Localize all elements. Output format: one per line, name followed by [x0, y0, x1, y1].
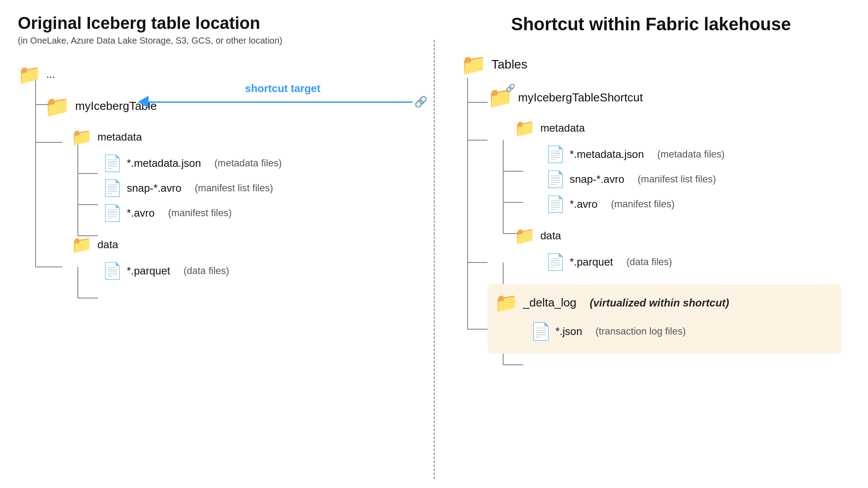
parquet-label: *.parquet — [127, 265, 170, 277]
virtualized-label: (virtualized within shortcut) — [590, 297, 729, 309]
root-folder-icon: 📁 — [18, 64, 41, 85]
metadata-json-right-label: *.metadata.json — [570, 148, 644, 161]
tables-label: Tables — [492, 57, 528, 72]
metadata-json-right-row: 📄 *.metadata.json (metadata files) — [545, 145, 842, 164]
shortcut-folder-icon: 📁🔗 — [488, 85, 513, 109]
json-icon: 📄 — [530, 322, 551, 341]
delta-log-icon: 📁 — [495, 292, 518, 314]
snap-avro-icon: 📄 — [102, 179, 122, 198]
delta-log-row: 📁 _delta_log (virtualized within shortcu… — [495, 292, 831, 314]
arrow-head — [138, 96, 149, 108]
parquet-right-label: *.parquet — [570, 256, 613, 268]
tables-icon: 📁 — [461, 52, 486, 77]
metadata-json-right-icon: 📄 — [545, 145, 565, 164]
metadata-label: metadata — [97, 131, 142, 143]
snap-avro-desc: (manifest list files) — [195, 182, 273, 194]
link-icon: 🔗 — [414, 96, 428, 108]
left-title: Original Iceberg table location — [18, 13, 416, 34]
data-icon: 📁 — [71, 235, 92, 254]
shortcut-arrow-container: shortcut target 🔗 — [138, 96, 428, 108]
snap-avro-right-desc: (manifest list files) — [638, 173, 716, 185]
tables-row: 📁 Tables — [461, 52, 842, 77]
data-right-row: 📁 data — [514, 226, 842, 246]
shortcut-arrow-label: shortcut target — [245, 82, 320, 95]
left-panel: Original Iceberg table location (in OneL… — [0, 0, 434, 488]
delta-log-label: _delta_log — [523, 296, 577, 310]
parquet-right-row: 📄 *.parquet (data files) — [545, 253, 842, 271]
shortcut-folder-label: myIcebergTableShortcut — [518, 91, 643, 105]
main-container: Original Iceberg table location (in OneL… — [0, 0, 868, 488]
avro-right-label: *.avro — [570, 198, 598, 210]
metadata-json-icon: 📄 — [102, 154, 122, 173]
data-label: data — [97, 238, 118, 251]
shortcut-folder-row: 📁🔗 myIcebergTableShortcut — [488, 85, 842, 109]
parquet-row: 📄 *.parquet (data files) — [102, 262, 416, 280]
snap-avro-right-label: snap-*.avro — [570, 173, 625, 186]
avro-desc: (manifest files) — [168, 207, 232, 219]
metadata-row: 📁 metadata — [71, 127, 416, 147]
snap-avro-right-icon: 📄 — [545, 170, 565, 189]
metadata-right-icon: 📁 — [514, 118, 535, 138]
left-subtitle: (in OneLake, Azure Data Lake Storage, S3… — [18, 36, 416, 46]
snap-avro-right-row: 📄 snap-*.avro (manifest list files) — [545, 170, 842, 189]
snap-avro-label: snap-*.avro — [127, 182, 182, 194]
metadata-right-label: metadata — [541, 122, 585, 134]
avro-right-desc: (manifest files) — [611, 198, 674, 210]
right-tree: 📁 Tables 📁🔗 myIcebergTableShortcut 📁 met… — [461, 52, 842, 354]
avro-row: 📄 *.avro (manifest files) — [102, 204, 416, 222]
arrow-line — [149, 101, 412, 103]
metadata-json-right-desc: (metadata files) — [657, 149, 725, 160]
shortcut-link-icon: 🔗 — [505, 83, 515, 93]
data-right-label: data — [541, 230, 561, 242]
metadata-json-label: *.metadata.json — [127, 157, 201, 169]
myIcebergTable-icon: 📁 — [44, 94, 70, 118]
parquet-desc: (data files) — [183, 265, 229, 277]
data-row: 📁 data — [71, 235, 416, 254]
json-desc: (transaction log files) — [596, 326, 686, 337]
metadata-json-desc: (metadata files) — [214, 157, 282, 169]
parquet-right-icon: 📄 — [545, 253, 565, 271]
metadata-right-row: 📁 metadata — [514, 118, 842, 138]
parquet-icon: 📄 — [102, 262, 122, 280]
right-title: Shortcut within Fabric lakehouse — [461, 13, 842, 35]
avro-right-row: 📄 *.avro (manifest files) — [545, 195, 842, 214]
root-folder-label: ... — [46, 68, 55, 81]
metadata-icon: 📁 — [71, 127, 92, 147]
avro-right-icon: 📄 — [545, 195, 565, 214]
json-label: *.json — [556, 325, 582, 338]
avro-icon: 📄 — [102, 204, 122, 222]
right-panel: Shortcut within Fabric lakehouse — [434, 0, 868, 367]
parquet-right-desc: (data files) — [626, 256, 672, 268]
avro-label: *.avro — [127, 207, 155, 219]
snap-avro-row: 📄 snap-*.avro (manifest list files) — [102, 179, 416, 198]
root-folder-row: 📁 ... — [18, 64, 416, 85]
highlight-section: 📁 _delta_log (virtualized within shortcu… — [488, 284, 842, 354]
data-right-icon: 📁 — [514, 226, 535, 246]
json-row: 📄 *.json (transaction log files) — [530, 322, 831, 341]
metadata-json-row: 📄 *.metadata.json (metadata files) — [102, 154, 416, 173]
